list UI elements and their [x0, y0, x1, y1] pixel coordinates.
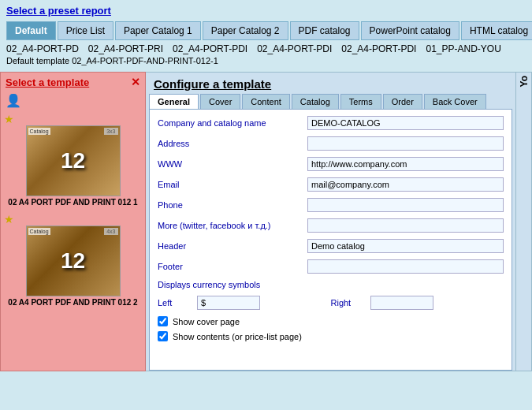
thumb-catalog-badge: Catalog	[28, 228, 50, 235]
preset-items-row: 02_A4-PORT-PD 02_A4-PORT-PRI 02_A4-PORT-…	[6, 43, 526, 54]
show-contents-checkbox[interactable]	[158, 331, 168, 341]
far-right-label: Yo	[519, 76, 530, 87]
currency-left-input[interactable]	[197, 296, 260, 310]
thumb-number: 12	[61, 248, 85, 274]
template-selector-panel: Select a template ✕ 👤 ★ 3x3 Catalog 12 0…	[0, 72, 146, 371]
config-tab-general[interactable]: General	[149, 94, 199, 109]
thumb-size-badge: 3x3	[104, 128, 117, 135]
currency-right-input[interactable]	[370, 296, 433, 310]
tab-powerpoint-catalog[interactable]: PowerPoint catalog	[361, 21, 459, 40]
currency-label: Displays currency symbols	[158, 280, 307, 289]
address-label: Address	[158, 139, 307, 148]
footer-row: Footer	[158, 259, 504, 274]
thumb-catalog-badge: Catalog	[28, 128, 50, 135]
preset-item[interactable]: 02_A4-PORT-PDI	[173, 43, 247, 54]
address-input[interactable]	[307, 136, 504, 151]
phone-label: Phone	[158, 200, 307, 210]
currency-left-label: Left	[158, 298, 197, 308]
preset-tabs-bar: Default Price List Paper Catalog 1 Paper…	[6, 21, 526, 40]
phone-row: Phone	[158, 198, 504, 212]
select-preset-link[interactable]: Select a preset report	[6, 5, 111, 17]
currency-split-row: Left Right	[158, 296, 504, 310]
footer-input[interactable]	[307, 259, 504, 274]
select-template-link[interactable]: Select a template	[6, 76, 89, 88]
star-icon: ★	[4, 113, 14, 125]
tab-paper-catalog-1[interactable]: Paper Catalog 1	[115, 21, 201, 40]
template-thumbnail: 3x3 Catalog 12	[26, 125, 121, 196]
company-label: Company and catalog name	[158, 118, 307, 128]
preset-item[interactable]: 02_A4-PORT-PDI	[257, 43, 332, 54]
config-tab-back-cover[interactable]: Back Cover	[424, 94, 486, 109]
preset-item[interactable]: 02_A4-PORT-PD	[6, 43, 79, 54]
star-icon: ★	[4, 213, 14, 226]
email-label: Email	[158, 180, 307, 189]
config-tab-cover[interactable]: Cover	[200, 94, 240, 109]
template-item[interactable]: ★ 4x3 Catalog 12 02 A4 PORT PDF AND PRIN…	[4, 213, 142, 307]
template-name: 02 A4 PORT PDF AND PRINT 012 2	[8, 298, 137, 307]
www-row: WWW	[158, 157, 504, 171]
tab-pdf-catalog[interactable]: PDF catalog	[290, 21, 359, 40]
show-contents-label: Show contents (or price-list page)	[173, 332, 302, 341]
preset-item[interactable]: 02_A4-PORT-PRI	[88, 43, 163, 54]
company-input[interactable]	[307, 116, 504, 130]
www-label: WWW	[158, 159, 307, 169]
currency-right-label: Right	[331, 298, 370, 308]
company-row: Company and catalog name	[158, 116, 504, 130]
configure-panel: Configure a template General Cover Conte…	[146, 72, 516, 371]
more-input[interactable]	[307, 218, 504, 233]
preset-item[interactable]: 01_PP-AND-YOU	[426, 43, 500, 54]
tab-paper-catalog-2[interactable]: Paper Catalog 2	[203, 21, 288, 40]
config-tab-catalog[interactable]: Catalog	[292, 94, 339, 109]
show-contents-row: Show contents (or price-list page)	[158, 331, 504, 341]
email-input[interactable]	[307, 177, 504, 192]
far-right-panel: Yo	[516, 72, 532, 371]
default-template-label: Default template 02_A4-PORT-PDF-AND-PRIN…	[6, 56, 526, 65]
tab-default[interactable]: Default	[6, 21, 56, 40]
tab-price-list[interactable]: Price List	[58, 21, 113, 40]
tab-html-catalog[interactable]: HTML catalog	[461, 21, 532, 40]
more-row: More (twitter, facebook и т.д.)	[158, 218, 504, 233]
header-row: Header	[158, 239, 504, 253]
template-thumbnail: 4x3 Catalog 12	[26, 226, 121, 296]
configure-title: Configure a template	[146, 73, 515, 94]
show-cover-checkbox[interactable]	[158, 316, 168, 326]
phone-input[interactable]	[307, 198, 504, 212]
more-label: More (twitter, facebook и т.д.)	[158, 221, 307, 230]
template-item[interactable]: ★ 3x3 Catalog 12 02 A4 PORT PDF AND PRIN…	[4, 113, 142, 207]
currency-row: Displays currency symbols	[158, 280, 504, 289]
template-name: 02 A4 PORT PDF AND PRINT 012 1	[8, 198, 137, 207]
thumb-number: 12	[61, 148, 85, 173]
config-tab-terms[interactable]: Terms	[340, 94, 381, 109]
close-icon[interactable]: ✕	[131, 76, 140, 88]
show-cover-label: Show cover page	[173, 317, 240, 326]
header-input[interactable]	[307, 239, 504, 253]
config-tab-order[interactable]: Order	[383, 94, 422, 109]
www-input[interactable]	[307, 157, 504, 171]
config-tab-content[interactable]: Content	[242, 94, 290, 109]
address-row: Address	[158, 136, 504, 151]
footer-label: Footer	[158, 262, 307, 271]
show-cover-row: Show cover page	[158, 316, 504, 326]
email-row: Email	[158, 177, 504, 192]
template-list: ★ 3x3 Catalog 12 02 A4 PORT PDF AND PRIN…	[1, 110, 145, 362]
configure-tabs: General Cover Content Catalog Terms Orde…	[146, 94, 515, 109]
preset-item[interactable]: 02_A4-PORT-PDI	[341, 43, 416, 54]
header-label: Header	[158, 241, 307, 251]
configure-form: Company and catalog name Address WWW Ema…	[149, 109, 512, 371]
template-warning-icon: 👤	[6, 93, 21, 108]
thumb-size-badge: 4x3	[104, 228, 117, 235]
